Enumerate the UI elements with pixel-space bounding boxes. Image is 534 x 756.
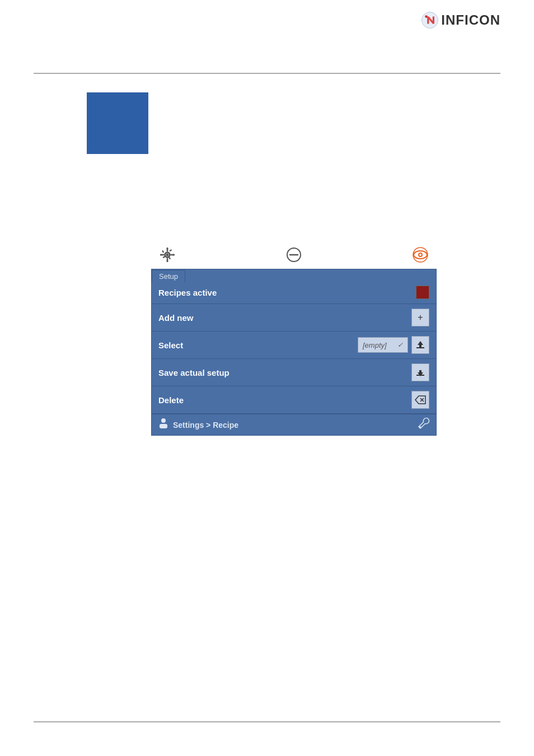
logo-text: INFICON <box>441 12 500 28</box>
svg-rect-7 <box>160 254 162 256</box>
svg-rect-6 <box>167 260 168 262</box>
recipes-active-row: Recipes active <box>152 281 436 304</box>
breadcrumb-text: Settings > Recipe <box>173 421 238 430</box>
gear-icon <box>159 246 176 263</box>
eye-button[interactable] <box>410 244 431 265</box>
svg-point-24 <box>419 426 421 428</box>
minus-circle-button[interactable] <box>283 244 305 265</box>
wrench-button[interactable] <box>417 417 430 433</box>
add-new-label: Add new <box>158 313 194 323</box>
save-actual-setup-right <box>411 363 429 381</box>
add-new-row: Add new + <box>152 304 436 332</box>
inficon-logo-icon <box>421 11 439 29</box>
svg-marker-16 <box>418 341 423 347</box>
upload-button[interactable] <box>411 336 429 354</box>
bottom-divider <box>34 721 500 722</box>
delete-label: Delete <box>158 395 184 405</box>
logo-area: INFICON <box>421 11 500 29</box>
svg-point-13 <box>419 254 421 256</box>
save-actual-setup-label: Save actual setup <box>158 368 229 377</box>
chevron-down-icon: ✓ <box>397 341 403 349</box>
svg-point-21 <box>161 418 166 423</box>
delete-button[interactable] <box>411 391 429 409</box>
delete-row: Delete <box>152 386 436 414</box>
add-new-right: + <box>411 309 429 326</box>
download-icon <box>415 367 425 377</box>
eye-icon <box>412 246 429 263</box>
upload-icon <box>415 340 425 350</box>
select-label: Select <box>158 340 183 350</box>
minus-circle-icon <box>285 246 302 263</box>
save-button[interactable] <box>411 363 429 381</box>
select-right: [empty] ✓ <box>358 336 429 354</box>
blue-block <box>87 92 148 154</box>
gear-button[interactable] <box>157 244 178 265</box>
select-value: [empty] <box>363 341 387 349</box>
status-left: Settings > Recipe <box>157 417 238 432</box>
svg-point-1 <box>425 15 428 18</box>
icon-bar <box>151 241 437 269</box>
delete-right <box>411 391 429 409</box>
backspace-icon <box>415 395 426 404</box>
setup-tab[interactable]: Setup <box>152 269 436 281</box>
save-actual-setup-row: Save actual setup <box>152 359 436 386</box>
svg-rect-22 <box>160 424 167 428</box>
wrench-icon <box>417 417 430 430</box>
add-new-button[interactable]: + <box>411 309 429 326</box>
main-panel: Setup Recipes active Add new + Select [e… <box>151 241 437 436</box>
panel-body: Setup Recipes active Add new + Select [e… <box>151 269 437 436</box>
recipes-active-label: Recipes active <box>158 288 217 297</box>
recipes-active-right <box>416 286 429 299</box>
select-row: Select [empty] ✓ <box>152 332 436 359</box>
svg-rect-8 <box>172 254 175 256</box>
person-svg-icon <box>157 417 170 430</box>
svg-point-4 <box>166 254 169 256</box>
status-bar: Settings > Recipe <box>152 414 436 435</box>
person-icon <box>157 417 170 432</box>
recipes-active-toggle[interactable] <box>416 286 429 299</box>
svg-rect-5 <box>167 248 168 250</box>
top-divider <box>34 73 500 74</box>
svg-rect-15 <box>416 347 424 348</box>
setup-tab-label: Setup <box>152 270 185 282</box>
select-dropdown[interactable]: [empty] ✓ <box>358 337 408 353</box>
